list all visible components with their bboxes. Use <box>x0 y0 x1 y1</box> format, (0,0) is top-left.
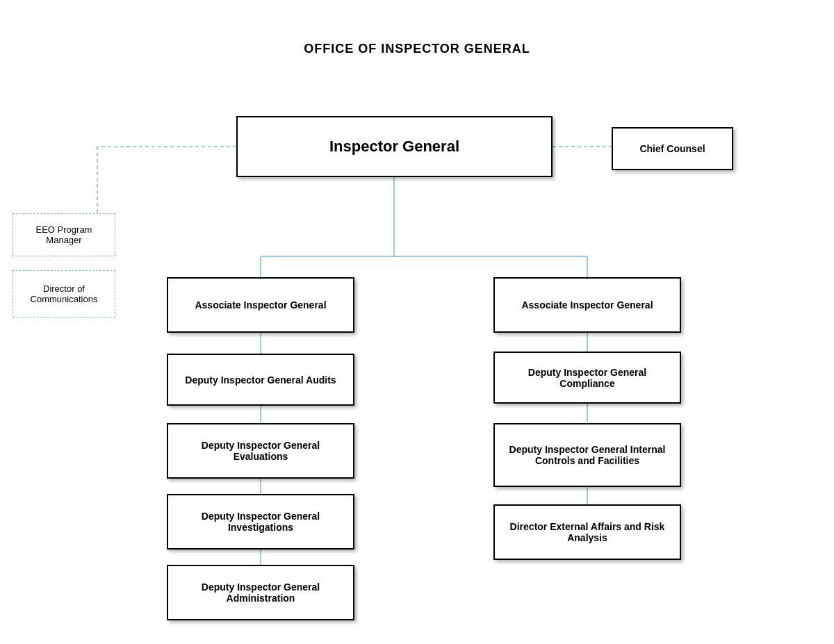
director-external-affairs-box: Director External Affairs and Risk Analy… <box>493 504 681 560</box>
deputy-compliance-box: Deputy Inspector General Compliance <box>493 352 681 404</box>
page-title: OFFICE OF INSPECTOR GENERAL <box>0 0 834 56</box>
inspector-general-box: Inspector General <box>236 116 553 177</box>
director-communications-box: Director of Communications <box>13 270 115 317</box>
assoc-ig-right-box: Associate Inspector General <box>493 277 681 333</box>
chief-counsel-box: Chief Counsel <box>612 127 733 170</box>
deputy-administration-box: Deputy Inspector General Administration <box>167 565 354 620</box>
deputy-evaluations-box: Deputy Inspector General Evaluations <box>167 423 354 479</box>
assoc-ig-left-box: Associate Inspector General <box>167 277 354 333</box>
deputy-audits-box: Deputy Inspector General Audits <box>167 354 354 406</box>
deputy-internal-controls-box: Deputy Inspector General Internal Contro… <box>493 423 681 487</box>
org-chart: Inspector General Chief Counsel EEO Prog… <box>0 77 834 644</box>
deputy-investigations-box: Deputy Inspector General Investigations <box>167 494 354 550</box>
eeo-program-manager-box: EEO Program Manager <box>13 213 115 256</box>
